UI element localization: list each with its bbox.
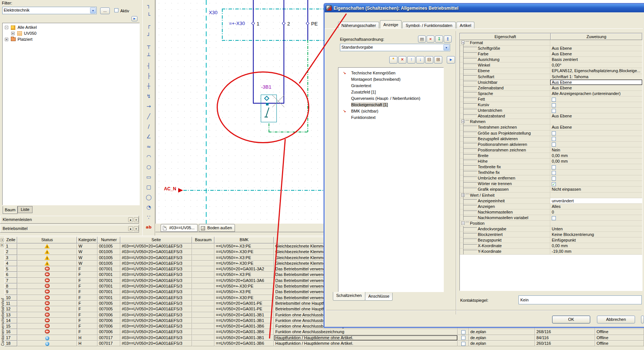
grid-value-cell[interactable]: [550, 170, 642, 175]
terminal-point-pe[interactable]: [306, 22, 310, 25]
collapse-icon[interactable]: ▴: [128, 217, 133, 222]
toolbar-button[interactable]: └: [143, 10, 154, 20]
row-number-cell[interactable]: 12: [4, 306, 17, 312]
arrangement-combo[interactable]: Standardvorgabe ▼: [340, 44, 450, 51]
toolbar-button[interactable]: ┴: [143, 51, 154, 61]
placement-list-item[interactable]: Querverweis (Haupt- / Nebenfunktion): [338, 95, 443, 102]
toolbar-button[interactable]: ∕: [143, 122, 154, 131]
tab-liste[interactable]: Liste: [18, 206, 32, 213]
row-number-cell[interactable]: 5: [4, 266, 17, 272]
dialog-tab-symbol-funktionsdaten[interactable]: Symbol- / Funktionsdaten: [402, 22, 456, 29]
grid-row[interactable]: −Wert / Einheit: [460, 193, 642, 198]
sheet-tab-uv050[interactable]: #03==UV05...: [161, 224, 198, 232]
pe-wire-green[interactable]: [307, 40, 308, 132]
row-number-cell[interactable]: 17: [4, 335, 17, 341]
delete-property-button[interactable]: ×: [398, 56, 406, 64]
column-header-Kategorie[interactable]: Kategorie: [77, 237, 97, 243]
toolbar-button[interactable]: ┤: [143, 61, 154, 71]
grid-row[interactable]: Bezugspfeil aktivieren: [460, 136, 642, 142]
grid-value-cell[interactable]: 0,00°: [550, 62, 642, 68]
grid-checkbox[interactable]: [552, 142, 556, 147]
grid-row[interactable]: X-Koordinate0,00 mm: [460, 243, 642, 249]
row-number-cell[interactable]: 15: [4, 323, 17, 329]
grid-checkbox[interactable]: [552, 137, 556, 141]
grid-value-cell[interactable]: [550, 215, 642, 220]
tab-schaltzeichen[interactable]: Schaltzeichen: [333, 292, 365, 301]
grid-value-cell[interactable]: Aus Ebene: [550, 80, 642, 85]
grid-value-cell[interactable]: 0,00 mm: [550, 243, 642, 248]
toolbar-button[interactable]: ◠: [143, 152, 154, 162]
grid-value-cell[interactable]: [550, 40, 642, 45]
grid-value-cell[interactable]: [550, 142, 642, 147]
grid-row[interactable]: Fett: [460, 96, 642, 102]
property-placement-list[interactable]: ↘Technische KenngrößenMontageort (beschr…: [338, 67, 444, 292]
grid-value-cell[interactable]: [550, 164, 642, 169]
dialog-tab-n-herungsschalter[interactable]: Näherungsschalter: [338, 22, 379, 29]
tree-item[interactable]: UV050: [24, 31, 37, 36]
grid-row[interactable]: Grafik einpassenNicht einpassen: [460, 187, 642, 192]
grid-row[interactable]: EbeneEPLAN512, Eigenschaftsplatzierung.B…: [460, 68, 642, 74]
filter-combo[interactable]: Elektrotechnik ▼: [2, 7, 97, 14]
row-number-cell[interactable]: 11: [4, 301, 17, 306]
tab-anschluesse[interactable]: Anschlüsse: [365, 293, 393, 301]
terminal-point-2[interactable]: [282, 22, 286, 25]
grid-row[interactable]: BlockzentriertKeine Blockzentrierung: [460, 232, 642, 237]
grid-row[interactable]: Breite0,00 mm: [460, 153, 642, 159]
row-checkbox[interactable]: [461, 336, 465, 340]
grid-value-cell[interactable]: [550, 102, 642, 107]
aktiv-checkbox[interactable]: [114, 8, 118, 12]
close-icon[interactable]: x: [134, 226, 139, 231]
merge-property-button[interactable]: ⊞: [434, 56, 442, 64]
toolbar-button[interactable]: →: [143, 101, 154, 111]
article-tree[interactable]: -Alle Artikel+UV050+Platziert: [2, 23, 140, 205]
more-button[interactable]: ▶: [447, 56, 455, 64]
grid-value-cell[interactable]: [550, 96, 642, 102]
grid-value-cell[interactable]: [550, 221, 642, 226]
placement-list-item[interactable]: Zusatzfeld [1]: [338, 89, 443, 95]
tab-baum[interactable]: Baum: [3, 206, 18, 214]
grid-value-cell[interactable]: 0,00 mm: [550, 153, 642, 158]
grid-value-cell[interactable]: unverändert: [550, 198, 642, 203]
dialog-titlebar[interactable]: Eigenschaften (Schaltzeichen): Allgemein…: [325, 4, 644, 12]
toolbar-button[interactable]: ╱: [143, 111, 154, 121]
row-number-cell[interactable]: 3: [4, 255, 17, 261]
grid-checkbox[interactable]: [552, 131, 556, 135]
placement-list-item[interactable]: Blockeigenschaft [1]: [338, 102, 443, 108]
placement-list-item[interactable]: Funktionstext: [338, 114, 443, 121]
grid-value-cell[interactable]: Aus Ebene: [550, 85, 642, 90]
grid-value-cell[interactable]: Aus Ebene: [550, 113, 642, 119]
save-arrangement-button[interactable]: ▤: [418, 36, 426, 43]
grid-header-eigenschaft[interactable]: Eigenschaft: [460, 33, 551, 40]
grid-row[interactable]: Positionsrahmen zeichnenNein: [460, 147, 642, 153]
row-number-cell[interactable]: 1: [4, 243, 17, 249]
sheet-tab-boden[interactable]: Boden außen: [199, 224, 235, 232]
toolbar-button[interactable]: ┼: [143, 81, 154, 91]
grid-value-cell[interactable]: Alle Anzeigesprachen (untereinander): [550, 91, 642, 96]
check-cell[interactable]: [458, 341, 469, 346]
row-number-cell[interactable]: 14: [4, 318, 17, 323]
grid-value-cell[interactable]: Nicht einpassen: [550, 187, 642, 192]
toolbar-button[interactable]: ▢: [143, 182, 154, 192]
message-cell[interactable]: Funktion ohne Anschlussbezeichnung: [274, 329, 458, 335]
grid-checkbox[interactable]: ✓: [552, 182, 556, 186]
grid-row[interactable]: SchriftartSchriftart 1: Tahoma: [460, 74, 642, 80]
grid-value-cell[interactable]: [550, 175, 642, 181]
column-header-Status[interactable]: Status: [17, 237, 77, 243]
grid-checkbox[interactable]: [552, 98, 556, 102]
grid-row[interactable]: Texthöhe fix: [460, 170, 642, 175]
grid-row[interactable]: Winkel0,00°: [460, 62, 642, 68]
grid-value-cell[interactable]: [550, 193, 642, 198]
grid-row[interactable]: ZeilenabstandAus Ebene: [460, 85, 642, 91]
row-number-cell[interactable]: 2: [4, 249, 17, 255]
grid-value-cell[interactable]: 0: [550, 209, 642, 215]
grid-row[interactable]: −Position: [460, 221, 642, 226]
wire-pe[interactable]: [307, 0, 308, 40]
toolbar-button[interactable]: ◔: [143, 202, 154, 212]
row-number-cell[interactable]: 10: [4, 295, 17, 301]
kontaktspiegel-input[interactable]: Kein: [518, 295, 642, 304]
row-number-cell[interactable]: 6: [4, 272, 17, 277]
placement-list-item[interactable]: Graviertext: [338, 83, 443, 89]
grid-value-cell[interactable]: 0,00 mm: [550, 159, 642, 164]
row-number-cell[interactable]: 9: [4, 289, 17, 295]
dialog-splitter[interactable]: [456, 31, 456, 314]
